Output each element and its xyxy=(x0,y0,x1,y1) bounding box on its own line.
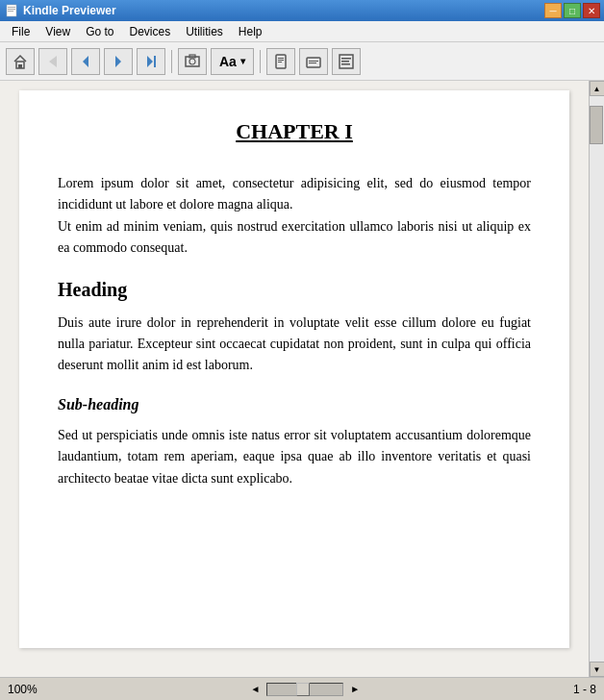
svg-marker-7 xyxy=(83,56,88,67)
menu-help[interactable]: Help xyxy=(231,23,270,40)
toc-icon xyxy=(338,53,355,70)
svg-rect-24 xyxy=(341,63,350,65)
toolbar-separator-2 xyxy=(260,50,261,73)
svg-marker-9 xyxy=(147,56,153,67)
prev-icon xyxy=(77,53,94,70)
page-nav-right[interactable]: ► xyxy=(347,684,363,694)
back-button[interactable] xyxy=(38,48,67,75)
sub-heading: Sub-heading xyxy=(58,396,531,413)
maximize-button[interactable]: □ xyxy=(564,3,581,18)
prev-page-button[interactable] xyxy=(71,48,100,75)
section-heading: Heading xyxy=(58,279,531,301)
page-content: CHAPTER I Lorem ipsum dolor sit amet, co… xyxy=(19,90,569,648)
page-info: 1 - 8 xyxy=(573,683,596,696)
menu-goto[interactable]: Go to xyxy=(78,23,121,40)
scroll-area[interactable]: CHAPTER I Lorem ipsum dolor sit amet, co… xyxy=(0,81,589,677)
scrollbar-down-button[interactable]: ▼ xyxy=(590,662,605,677)
svg-rect-10 xyxy=(154,56,156,67)
para1-indent: Ut enim ad minim veniam, quis nostrud ex… xyxy=(58,219,531,255)
title-bar-left: Kindle Previewer xyxy=(4,3,116,18)
status-zoom: 100% xyxy=(8,683,38,696)
svg-rect-20 xyxy=(309,62,316,63)
content-area: CHAPTER I Lorem ipsum dolor sit amet, co… xyxy=(0,81,604,677)
menu-devices[interactable]: Devices xyxy=(122,23,179,40)
window-controls[interactable]: ─ □ ✕ xyxy=(544,3,600,18)
zoom-level: 100% xyxy=(8,683,38,696)
screenshot-button[interactable] xyxy=(178,48,207,75)
window-body: CHAPTER I Lorem ipsum dolor sit amet, co… xyxy=(0,81,604,677)
paragraph-1: Lorem ipsum dolor sit amet, consectetur … xyxy=(58,173,531,260)
menu-view[interactable]: View xyxy=(38,23,78,40)
menu-file[interactable]: File xyxy=(4,23,38,40)
font-size-button[interactable]: Aa ▾ xyxy=(211,48,254,75)
back-icon xyxy=(44,53,62,70)
svg-rect-23 xyxy=(341,61,349,62)
svg-rect-17 xyxy=(278,62,282,62)
page-slider[interactable] xyxy=(266,683,343,696)
portrait-button[interactable] xyxy=(266,48,295,75)
svg-rect-1 xyxy=(8,7,15,8)
next-page-button[interactable] xyxy=(104,48,133,75)
svg-rect-5 xyxy=(18,64,22,68)
page-slider-thumb[interactable] xyxy=(296,683,310,696)
para1-text: Lorem ipsum dolor sit amet, consectetur … xyxy=(58,176,531,212)
font-label: Aa xyxy=(219,54,237,69)
app-title: Kindle Previewer xyxy=(23,4,116,17)
toc-button[interactable] xyxy=(332,48,361,75)
close-button[interactable]: ✕ xyxy=(583,3,600,18)
home-icon xyxy=(12,53,29,70)
last-page-button[interactable] xyxy=(137,48,165,75)
paragraph-2: Duis aute irure dolor in reprehenderit i… xyxy=(58,312,531,377)
home-button[interactable] xyxy=(6,48,35,75)
menu-utilities[interactable]: Utilities xyxy=(178,23,231,40)
last-icon xyxy=(142,53,160,70)
scrollbar-thumb[interactable] xyxy=(590,106,603,144)
svg-rect-3 xyxy=(8,11,13,12)
landscape-button[interactable] xyxy=(299,48,328,75)
scrollbar-thumb-area xyxy=(590,96,604,662)
app-icon xyxy=(4,3,19,18)
svg-marker-8 xyxy=(115,56,121,67)
scrollbar[interactable]: ▲ ▼ xyxy=(589,81,604,677)
toolbar-separator-1 xyxy=(171,50,172,73)
status-navigation: ◄ ► xyxy=(247,683,363,696)
svg-point-12 xyxy=(189,59,195,64)
screenshot-icon xyxy=(184,53,201,70)
scrollbar-up-button[interactable]: ▲ xyxy=(590,81,605,96)
title-bar: Kindle Previewer ─ □ ✕ xyxy=(0,0,604,21)
svg-rect-2 xyxy=(8,9,15,10)
svg-rect-16 xyxy=(278,60,284,61)
toolbar: Aa ▾ xyxy=(0,42,604,81)
next-icon xyxy=(110,53,127,70)
chapter-title: CHAPTER I xyxy=(58,119,531,144)
status-bar: 100% ◄ ► 1 - 8 xyxy=(0,677,604,700)
svg-rect-15 xyxy=(278,58,284,59)
svg-rect-19 xyxy=(309,61,318,62)
paragraph-3: Sed ut perspiciatis unde omnis iste natu… xyxy=(58,425,531,489)
portrait-icon xyxy=(272,53,289,70)
status-page-info: 1 - 8 xyxy=(573,683,596,696)
svg-rect-22 xyxy=(341,58,351,60)
minimize-button[interactable]: ─ xyxy=(544,3,562,18)
font-dropdown-icon: ▾ xyxy=(240,56,245,66)
menu-bar: File View Go to Devices Utilities Help xyxy=(0,21,604,42)
svg-marker-6 xyxy=(49,56,57,67)
landscape-icon xyxy=(305,53,322,70)
page-nav-left[interactable]: ◄ xyxy=(247,684,263,694)
